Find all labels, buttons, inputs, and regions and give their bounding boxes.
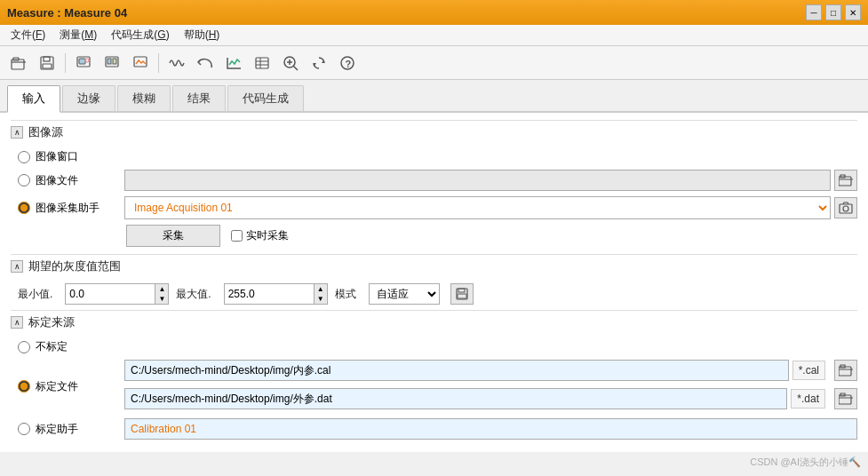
collect-button[interactable]: 采集 — [126, 225, 220, 247]
calib-helper-label[interactable]: 标定助手 — [18, 422, 124, 437]
main-content: ∧ 图像源 图像窗口 图像文件 图像采集助手 Image Acquisition… — [0, 113, 868, 452]
svg-rect-0 — [12, 60, 24, 69]
calib-file1-input[interactable] — [124, 360, 789, 381]
image-window-text: 图像窗口 — [36, 149, 78, 164]
svg-rect-3 — [44, 57, 50, 61]
open-folder-button[interactable] — [5, 51, 32, 75]
no-calib-text: 不标定 — [36, 339, 68, 354]
calib-file-row: 标定文件 *.cal *.dat — [11, 360, 857, 413]
svg-line-17 — [293, 66, 298, 70]
svg-text:?: ? — [346, 58, 352, 68]
image-source-header: ∧ 图像源 — [11, 120, 857, 144]
mode-label: 模式 — [335, 287, 356, 302]
gray-range-save-button[interactable] — [450, 283, 474, 305]
min-value-input[interactable] — [66, 284, 155, 304]
mode-select[interactable]: 自适应 固定 — [370, 284, 439, 304]
image-acquisition-label[interactable]: 图像采集助手 — [18, 201, 124, 216]
undo-button[interactable] — [192, 51, 219, 75]
tab-input[interactable]: 输入 — [7, 85, 60, 113]
svg-rect-4 — [43, 64, 52, 68]
tab-result[interactable]: 结果 — [172, 85, 226, 111]
gray-range-title: 期望的灰度值范围 — [28, 258, 121, 274]
min-label: 最小值. — [18, 287, 52, 302]
calib-file-label[interactable]: 标定文件 — [18, 379, 124, 394]
calib-helper-radio[interactable] — [18, 423, 30, 435]
image-acquisition-radio[interactable] — [18, 202, 30, 214]
refresh-button[interactable] — [306, 51, 332, 75]
gray-range-header: ∧ 期望的灰度值范围 — [11, 254, 857, 278]
wave-button[interactable] — [163, 51, 190, 75]
image-source-collapse[interactable]: ∧ — [11, 126, 23, 139]
svg-rect-26 — [458, 289, 465, 292]
image-window-row: 图像窗口 — [11, 149, 857, 164]
restore-button[interactable]: □ — [825, 4, 841, 20]
calibration-collapse[interactable]: ∧ — [11, 316, 23, 329]
image-acquisition-row: 图像采集助手 Image Acquisition 01 — [11, 196, 857, 219]
calib-file1-browse-button[interactable] — [834, 360, 857, 381]
mode-select-wrap: 自适应 固定 — [369, 283, 440, 305]
acquisition-select[interactable]: Image Acquisition 01 — [124, 196, 831, 219]
chart-button[interactable] — [220, 51, 247, 75]
tabs-bar: 输入 边缘 模糊 结果 代码生成 — [0, 80, 868, 113]
calib-helper-row: 标定助手 — [11, 418, 857, 440]
image-tool-button[interactable] — [70, 51, 97, 75]
calib-file-radio[interactable] — [18, 380, 30, 393]
image-file-input[interactable] — [124, 170, 831, 191]
max-spinbox-arrows: ▲ ▼ — [314, 284, 327, 304]
menu-bar: 文件(F) 测量(M) 代码生成(G) 帮助(H) — [0, 25, 868, 46]
max-increment-button[interactable]: ▲ — [315, 284, 327, 294]
gray-range-collapse[interactable]: ∧ — [11, 260, 23, 273]
zoom-in-button[interactable] — [277, 51, 304, 75]
image-source-title: 图像源 — [28, 124, 63, 140]
realtime-checkbox[interactable] — [231, 230, 243, 242]
acquisition-camera-button[interactable] — [834, 197, 857, 218]
menu-measure[interactable]: 测量(M) — [52, 26, 104, 44]
image-file-label[interactable]: 图像文件 — [18, 173, 124, 188]
image-window-radio[interactable] — [18, 151, 30, 163]
toolbar-sep-1 — [65, 53, 66, 73]
no-calib-label[interactable]: 不标定 — [18, 339, 124, 354]
title-text: Measure : Measure 04 — [7, 6, 127, 20]
calib-file2-input[interactable] — [124, 388, 787, 409]
svg-rect-12 — [256, 58, 268, 68]
image-acquisition-text: 图像采集助手 — [36, 201, 100, 216]
no-calib-radio[interactable] — [18, 341, 30, 353]
image-file-radio[interactable] — [18, 174, 30, 186]
help-button[interactable]: ? — [334, 51, 361, 75]
svg-rect-6 — [79, 59, 85, 64]
realtime-text: 实时采集 — [246, 228, 289, 243]
max-spinbox: ▲ ▼ — [224, 283, 328, 305]
menu-file[interactable]: 文件(F) — [4, 26, 52, 44]
list-button[interactable] — [249, 51, 275, 75]
realtime-label[interactable]: 实时采集 — [231, 228, 289, 243]
min-decrement-button[interactable]: ▼ — [155, 294, 168, 304]
min-increment-button[interactable]: ▲ — [155, 284, 168, 294]
calib-file1-ext: *.cal — [792, 361, 825, 380]
min-spinbox: ▲ ▼ — [65, 283, 169, 305]
no-calib-row: 不标定 — [11, 339, 857, 354]
calib-file2-browse-button[interactable] — [834, 388, 857, 409]
image-window-label[interactable]: 图像窗口 — [18, 149, 124, 164]
max-decrement-button[interactable]: ▼ — [315, 294, 327, 304]
collect-row: 采集 实时采集 — [11, 225, 857, 247]
svg-rect-27 — [458, 294, 466, 298]
menu-codegen[interactable]: 代码生成(G) — [104, 26, 176, 44]
tab-blur[interactable]: 模糊 — [117, 85, 171, 111]
image-file-text: 图像文件 — [36, 173, 78, 188]
image-process-button[interactable] — [127, 51, 154, 75]
svg-point-24 — [843, 206, 848, 211]
max-value-input[interactable] — [225, 284, 314, 304]
calib-file-text: 标定文件 — [36, 379, 78, 394]
image-file-browse-button[interactable] — [834, 170, 857, 191]
minimize-button[interactable]: ─ — [806, 4, 822, 20]
tab-codegen[interactable]: 代码生成 — [227, 85, 304, 111]
svg-rect-10 — [113, 59, 116, 64]
title-bar: Measure : Measure 04 ─ □ ✕ — [0, 0, 868, 25]
tab-edge[interactable]: 边缘 — [62, 85, 115, 111]
menu-help[interactable]: 帮助(H) — [177, 26, 227, 44]
close-button[interactable]: ✕ — [845, 4, 861, 20]
calib-file2-ext: *.dat — [791, 389, 825, 409]
calib-helper-input[interactable] — [124, 418, 857, 440]
image-frame-button[interactable] — [99, 51, 125, 75]
save-button[interactable] — [34, 51, 60, 75]
